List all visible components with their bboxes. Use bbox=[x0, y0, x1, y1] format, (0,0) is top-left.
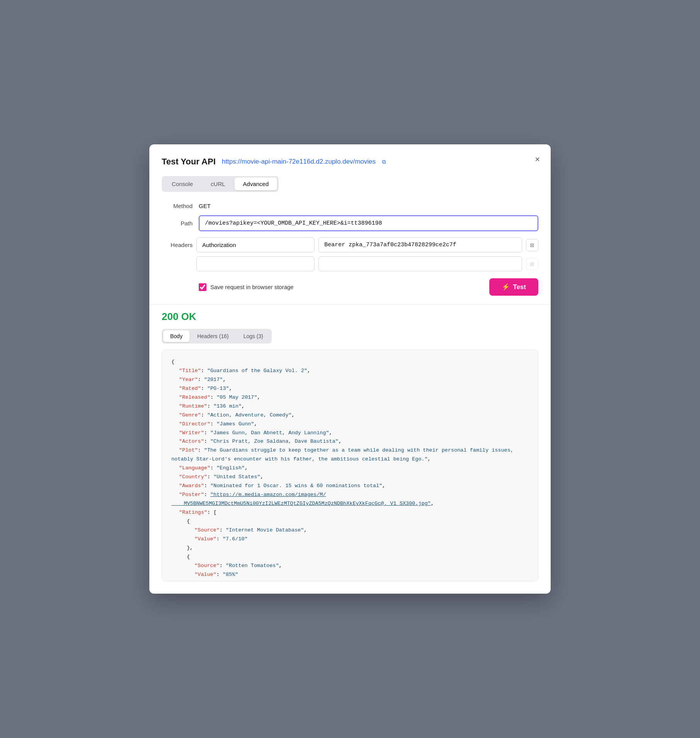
method-row: Method GET bbox=[162, 203, 538, 209]
modal-url-link[interactable]: https://movie-api-main-72e116d.d2.zuplo.… bbox=[222, 158, 376, 166]
tab-advanced[interactable]: Advanced bbox=[235, 178, 277, 190]
result-tab-logs[interactable]: Logs (3) bbox=[237, 330, 270, 342]
header2-key-input[interactable] bbox=[196, 256, 314, 271]
header2-delete-button[interactable]: ⊠ bbox=[526, 258, 538, 270]
method-value: GET bbox=[199, 203, 211, 209]
save-label-text: Save request in browser storage bbox=[210, 284, 294, 290]
headers-label: Headers bbox=[162, 242, 193, 248]
header1-value-input[interactable] bbox=[318, 237, 522, 252]
save-test-row: Save request in browser storage ⚡ Test bbox=[162, 278, 538, 296]
result-tab-body[interactable]: Body bbox=[163, 330, 189, 342]
lightning-icon: ⚡ bbox=[502, 283, 510, 291]
json-viewer[interactable]: { "Title": "Guardians of the Galaxy Vol.… bbox=[162, 350, 538, 581]
tab-console[interactable]: Console bbox=[163, 178, 201, 190]
header-row-2: ⊠ bbox=[162, 256, 538, 271]
api-test-modal: Test Your API https://movie-api-main-72e… bbox=[149, 144, 551, 594]
divider bbox=[149, 304, 551, 305]
close-button[interactable]: × bbox=[533, 154, 541, 165]
copy-icon[interactable]: ⧉ bbox=[382, 159, 386, 165]
tab-curl[interactable]: cURL bbox=[202, 178, 234, 190]
path-row: Path bbox=[162, 215, 538, 231]
header1-delete-button[interactable]: ⊠ bbox=[526, 239, 538, 251]
path-input[interactable] bbox=[199, 215, 538, 231]
modal-header: Test Your API https://movie-api-main-72e… bbox=[162, 157, 538, 167]
test-button[interactable]: ⚡ Test bbox=[489, 278, 538, 296]
header2-value-input[interactable] bbox=[318, 256, 522, 271]
method-label: Method bbox=[162, 203, 193, 209]
response-status: 200 OK bbox=[162, 311, 538, 323]
request-form: Method GET Path Headers ⊠ ⊠ Save request bbox=[162, 203, 538, 296]
result-tab-bar: Body Headers (16) Logs (3) bbox=[162, 329, 272, 344]
test-button-label: Test bbox=[513, 283, 526, 291]
tab-bar: Console cURL Advanced bbox=[162, 176, 279, 192]
header-row-1: Headers ⊠ bbox=[162, 237, 538, 252]
save-checkbox-label[interactable]: Save request in browser storage bbox=[199, 283, 294, 291]
result-tab-headers[interactable]: Headers (16) bbox=[190, 330, 236, 342]
modal-title: Test Your API bbox=[162, 157, 216, 167]
header1-key-input[interactable] bbox=[196, 237, 314, 252]
save-checkbox[interactable] bbox=[199, 283, 206, 291]
path-label: Path bbox=[162, 220, 193, 227]
